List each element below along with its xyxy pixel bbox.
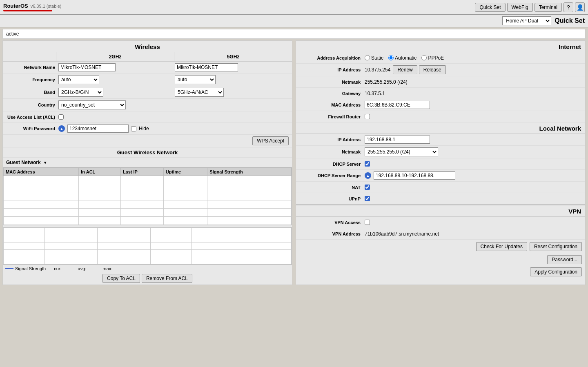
vpn-access-checkbox[interactable] [365,220,370,225]
red-bar [3,10,52,11]
wifi-password-row: WiFi Password ▲ Hide [3,123,292,135]
band-5ghz-select[interactable]: 5GHz-A/N/AC 5GHz-A 5GHz-N 5GHz-AC [175,88,224,97]
mac-address-label: MAC Address [299,102,365,107]
signal-max-label: max: [102,266,112,271]
dhcp-server-row: DHCP Server [296,158,585,170]
automatic-radio[interactable] [388,55,394,60]
signal-cur-label: cur: [54,266,61,271]
local-netmask-select[interactable]: 255.255.255.0 (/24) 255.255.0.0 (/16) 25… [365,147,438,156]
signal-row [4,250,292,257]
copy-to-acl-button[interactable]: Copy To ACL [102,274,140,283]
guest-network-dropdown-icon[interactable]: ▼ [43,160,47,165]
panels-wrapper: Wireless 2GHz 5GHz Network Name Frequenc… [2,40,586,285]
automatic-option[interactable]: Automatic [388,55,416,61]
frequency-label: Frequency [5,77,58,82]
table-row [4,184,292,192]
signal-legend-label: Signal Strength [15,266,46,271]
terminal-button[interactable]: Terminal [535,3,562,12]
country-select[interactable]: no_country_set United States Germany [58,100,126,109]
pppoe-option[interactable]: PPPoE [421,55,444,61]
firewall-router-row: Firewall Router [296,111,585,122]
frequency-2ghz-select[interactable]: auto [58,75,99,84]
user-icon[interactable]: 👤 [575,2,585,12]
hint-icon: ▲ [58,125,65,132]
table-row [4,217,292,225]
table-row [4,192,292,200]
upnp-checkbox[interactable] [365,196,370,201]
wireless-section-header: Wireless [3,41,292,52]
table-row [4,209,292,217]
pppoe-label: PPPoE [428,55,444,61]
col-5ghz-header: 5GHz [174,52,292,61]
uptime-col-header: Uptime [163,168,207,176]
webfig-button[interactable]: WebFig [507,3,533,12]
dhcp-server-checkbox[interactable] [365,161,370,167]
local-network-section-header: Local Network [296,122,585,134]
addr-acq-options: Static Automatic PPPoE [365,55,582,61]
quickset-button[interactable]: Quick Set [475,3,505,12]
local-ip-address-val [365,136,582,144]
dhcp-range-input[interactable] [374,171,455,180]
release-button[interactable]: Release [419,65,446,74]
frequency-5ghz-select[interactable]: auto [175,75,216,84]
help-icon[interactable]: ? [564,2,573,12]
local-netmask-val: 255.255.255.0 (/24) 255.255.0.0 (/16) 25… [365,147,582,156]
pppoe-radio[interactable] [421,55,427,60]
reset-config-button[interactable]: Reset Configuration [530,242,582,251]
ip-address-row: IP Address 10.37.5.254 Renew Release [296,64,585,76]
local-ip-address-input[interactable] [365,136,430,144]
col-2ghz-header: 2GHz [56,52,174,61]
remove-from-acl-button[interactable]: Remove From ACL [142,274,192,283]
header-buttons: Quick Set WebFig Terminal ? 👤 [475,2,585,12]
wifi-password-input[interactable] [67,125,129,133]
nat-checkbox[interactable] [365,185,370,190]
signal-row [4,228,292,235]
gateway-val: 10.37.5.1 [365,91,582,96]
local-netmask-row: Netmask 255.255.255.0 (/24) 255.255.0.0 … [296,146,585,158]
network-name-2ghz-input[interactable] [58,63,116,71]
signal-table-container [3,227,292,265]
automatic-label: Automatic [395,55,416,61]
table-row [4,200,292,209]
frequency-row: Frequency auto auto [3,73,292,86]
signal-avg-label: avg: [78,266,87,271]
firewall-router-checkbox[interactable] [365,114,370,119]
renew-button[interactable]: Renew [393,65,417,74]
mac-col-header: MAC Address [4,168,79,176]
dhcp-server-val [365,161,582,167]
vpn-address-row: VPN Address 71b106aab9d7.sn.mynetname.ne… [296,228,585,240]
band-row: Band 2GHz-B/G/N 2GHz-B 2GHz-G 2GHz-N 5GH… [3,86,292,99]
netmask-row: Netmask 255.255.255.0 (/24) [296,76,585,88]
vpn-access-val [365,220,582,225]
password-button[interactable]: Password... [547,255,582,264]
hide-password-checkbox[interactable] [131,126,136,131]
mac-address-input[interactable] [365,101,430,109]
band-2ghz-select[interactable]: 2GHz-B/G/N 2GHz-B 2GHz-G 2GHz-N [58,88,103,97]
mode-select[interactable]: Home AP Dual Home AP CPE Bridge WISP AP … [502,16,551,25]
static-option[interactable]: Static [365,55,383,61]
mac-table-container: MAC Address In ACL Last IP Uptime Signal… [3,167,292,225]
inacl-col-header: In ACL [79,168,121,176]
nat-row: NAT [296,182,585,193]
use-acl-checkbox[interactable] [58,114,64,120]
subheader: Home AP Dual Home AP CPE Bridge WISP AP … [0,15,588,27]
ip-address-val: 10.37.5.254 Renew Release [365,65,582,74]
firewall-router-val [365,114,582,119]
wps-row: WPS Accept [3,135,292,147]
signal-col-header: Signal Strength [207,168,292,176]
network-name-5ghz-input[interactable] [175,63,238,71]
addr-acquisition-row: Address Acquisition Static Automatic PPP… [296,52,585,64]
router-version: v6.39.1 (stable) [31,4,62,9]
wireless-col-headers: 2GHz 5GHz [3,52,292,62]
apply-config-button[interactable]: Apply Configuration [530,267,582,276]
band-2ghz-container: 2GHz-B/G/N 2GHz-B 2GHz-G 2GHz-N [58,88,173,97]
upnp-row: UPnP [296,193,585,205]
check-updates-button[interactable]: Check For Updates [476,242,527,251]
wps-accept-button[interactable]: WPS Accept [252,136,289,145]
country-val-container: no_country_set United States Germany [58,100,290,109]
guest-wireless-header: Guest Wireless Network [3,147,292,158]
static-radio[interactable] [365,55,370,60]
addr-acquisition-label: Address Acquisition [299,56,365,60]
dhcp-range-hint-icon: ▲ [365,172,371,179]
local-ip-address-row: IP Address [296,134,585,146]
